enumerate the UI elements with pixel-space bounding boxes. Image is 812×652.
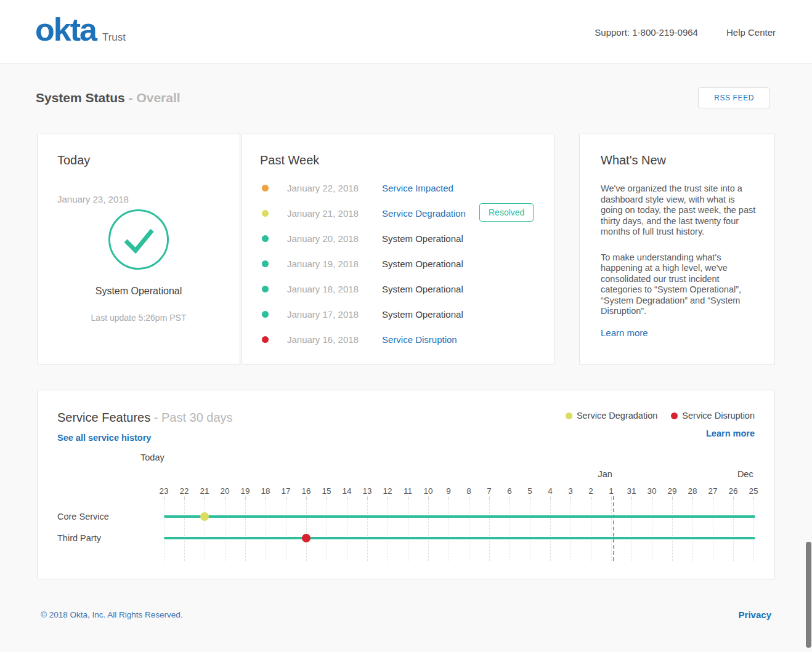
gridline	[570, 496, 571, 561]
okta-logo-text: okta	[35, 11, 96, 48]
gridline	[388, 496, 388, 561]
day-tick-label: 25	[744, 486, 763, 496]
gridline	[367, 496, 368, 561]
top-header: okta Trust Support: 1-800-219-0964 Help …	[0, 0, 812, 64]
row-status: System Operational	[382, 309, 463, 320]
support-phone: Support: 1-800-219-0964	[595, 27, 698, 38]
row-label-core-service: Core Service	[57, 512, 109, 521]
month-boundary-line	[613, 496, 614, 561]
month-label-dec: Dec	[737, 469, 753, 479]
gridline	[692, 496, 693, 561]
rss-feed-button[interactable]: RSS FEED	[698, 87, 770, 108]
day-tick-label: 28	[683, 486, 702, 496]
day-tick-label: 19	[236, 486, 254, 496]
operational-status-dot	[262, 311, 269, 318]
row-date: January 20, 2018	[287, 233, 359, 244]
past-week-row: January 18, 2018System Operational	[242, 276, 554, 302]
day-tick-label: 30	[643, 486, 661, 496]
day-tick-label: 7	[480, 486, 498, 496]
day-tick-label: 23	[155, 486, 173, 496]
today-card: Today January 23, 2018 System Operationa…	[37, 134, 240, 364]
day-tick-label: 3	[561, 486, 580, 496]
row-status: System Operational	[382, 259, 463, 269]
past-week-row: January 20, 2018System Operational	[242, 226, 554, 251]
service-line-core-service	[164, 515, 755, 518]
past-week-row: January 19, 2018System Operational	[242, 251, 554, 276]
incident-dot-degradation[interactable]	[200, 512, 209, 521]
gridline	[245, 496, 246, 561]
row-status-link[interactable]: Service Disruption	[382, 334, 457, 345]
gridline	[347, 496, 347, 561]
gridline	[489, 496, 490, 561]
day-tick-label: 27	[704, 486, 722, 496]
row-status: System Operational	[382, 284, 463, 294]
day-tick-label: 20	[216, 486, 234, 496]
scrollbar-thumb[interactable]	[806, 542, 811, 648]
header-links: Support: 1-800-219-0964 Help Center	[595, 0, 776, 64]
gridline	[408, 496, 408, 561]
day-tick-label: 16	[297, 486, 315, 496]
past-week-row: January 22, 2018Service Impacted	[242, 175, 554, 201]
today-axis-label: Today	[140, 453, 164, 462]
past-week-row: January 21, 2018Service DegradationResol…	[242, 201, 554, 226]
day-tick-label: 21	[195, 486, 214, 496]
gridline	[225, 496, 225, 561]
row-date: January 16, 2018	[287, 334, 359, 345]
gridline	[306, 496, 307, 561]
day-tick-label: 8	[460, 486, 478, 496]
whats-new-card: What's New We've organized the trust sit…	[579, 134, 775, 364]
day-tick-label: 6	[500, 486, 519, 496]
past-week-row: January 17, 2018System Operational	[242, 302, 554, 327]
gridline	[550, 496, 551, 561]
page-title-sub: - Overall	[129, 91, 181, 105]
day-tick-label: 15	[317, 486, 336, 496]
day-tick-label: 29	[663, 486, 681, 496]
day-tick-label: 2	[582, 486, 600, 496]
past-week-card: Past Week January 22, 2018Service Impact…	[242, 134, 554, 364]
day-tick-label: 17	[277, 486, 295, 496]
row-label-third-party: Third Party	[57, 533, 101, 543]
whats-new-paragraph-2: To make understanding what's happening a…	[601, 252, 758, 317]
past-week-row: January 16, 2018Service Disruption	[242, 327, 554, 352]
gridline	[164, 496, 164, 561]
privacy-link[interactable]: Privacy	[739, 610, 771, 620]
page-title: System Status - Overall	[36, 91, 181, 105]
row-status-link[interactable]: Service Degradation	[382, 208, 466, 219]
gridline	[672, 496, 673, 561]
gridline	[591, 496, 591, 561]
today-heading: Today	[57, 153, 90, 167]
okta-logo[interactable]: okta Trust	[35, 11, 126, 48]
gridline	[327, 496, 327, 561]
day-tick-label: 5	[521, 486, 539, 496]
gridline	[631, 496, 632, 561]
gridline	[184, 496, 185, 561]
gridline	[266, 496, 266, 561]
day-tick-label: 12	[378, 486, 397, 496]
row-status: System Operational	[382, 233, 463, 244]
row-status-link[interactable]: Service Impacted	[382, 183, 453, 193]
day-tick-label: 18	[256, 486, 275, 496]
day-tick-label: 31	[622, 486, 641, 496]
operational-status-dot	[262, 286, 269, 292]
incident-dot-disruption[interactable]	[302, 534, 311, 542]
today-last-update: Last update 5:26pm PST	[38, 313, 240, 323]
day-tick-label: 26	[724, 486, 742, 496]
day-tick-label: 22	[175, 486, 193, 496]
gridline	[753, 496, 754, 561]
gridline	[205, 496, 205, 561]
operational-status-dot	[262, 235, 269, 242]
gridline	[286, 496, 286, 561]
row-date: January 17, 2018	[287, 309, 359, 320]
day-tick-label: 14	[338, 486, 356, 496]
day-tick-label: 4	[541, 486, 559, 496]
day-tick-label: 11	[399, 486, 417, 496]
past-week-heading: Past Week	[260, 153, 319, 167]
day-tick-label: 1	[602, 486, 620, 496]
help-center-link[interactable]: Help Center	[726, 27, 776, 38]
row-date: January 21, 2018	[287, 208, 359, 219]
whats-new-learn-more-link[interactable]: Learn more	[601, 328, 648, 338]
trust-label: Trust	[102, 31, 126, 44]
gridline	[469, 496, 469, 561]
service-line-third-party	[164, 537, 755, 539]
month-label-jan: Jan	[598, 469, 612, 479]
